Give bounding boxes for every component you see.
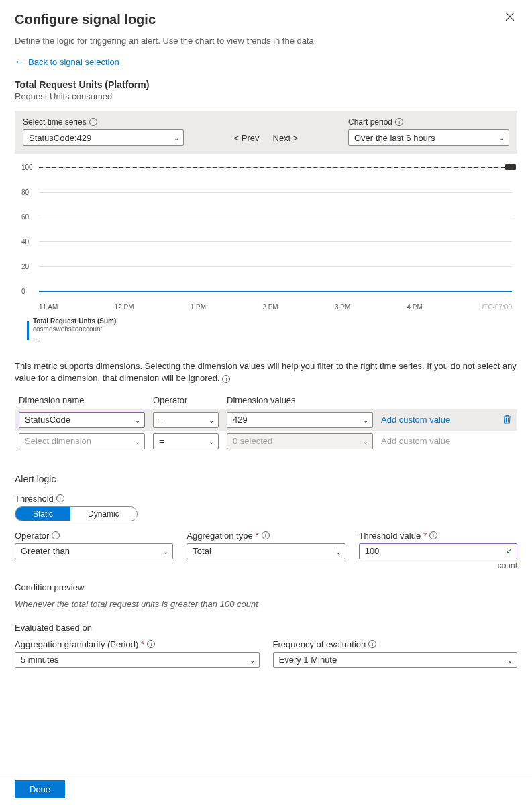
aggregation-label: Aggregation type*i [187,531,345,541]
legend-value: -- [33,333,116,344]
prev-button[interactable]: < Prev [234,133,260,143]
page-title: Configure signal logic [15,12,156,28]
threshold-unit: count [359,561,517,570]
operator-label: Operatori [15,531,173,541]
x-tick: 2 PM [262,303,278,311]
add-custom-value-link[interactable]: Add custom value [381,415,450,425]
granularity-select[interactable]: 5 minutes⌄ [15,652,260,668]
page-description: Define the logic for triggering an alert… [15,36,517,46]
chevron-down-icon: ⌄ [174,134,179,142]
dimensions-table: Dimension name Operator Dimension values… [15,395,517,452]
close-icon[interactable] [502,12,517,21]
add-custom-value-link: Add custom value [381,436,450,446]
threshold-label: Thresholdi [15,494,517,504]
threshold-value-input[interactable]: 100✓ [359,543,517,559]
chevron-down-icon: ⌄ [363,416,368,423]
signal-sub: Request Units consumed [15,91,517,101]
frequency-select[interactable]: Every 1 Minute⌄ [273,652,518,668]
gridline [39,266,512,267]
chart: 020406080100 11 AM12 PM1 PM2 PM3 PM4 PMU… [15,163,517,344]
dimension-operator-select[interactable]: =⌄ [153,412,219,428]
gridline [39,217,512,217]
y-tick: 100 [21,164,33,171]
chevron-down-icon: ⌄ [209,416,214,423]
back-link-label: Back to signal selection [28,57,119,67]
legend-account: cosmoswebsiteaccount [33,325,116,333]
x-tick: 3 PM [335,303,350,311]
next-button[interactable]: Next > [273,133,299,143]
condition-preview-text: Whenever the total total request units i… [15,599,517,609]
operator-select[interactable]: Greater than⌄ [15,543,173,559]
chevron-down-icon: ⌄ [335,547,341,555]
data-line [39,291,512,292]
dimension-values-select[interactable]: 429⌄ [227,412,373,428]
timeseries-select[interactable]: StatusCode:429⌄ [23,129,184,146]
condition-preview-title: Condition preview [15,582,517,592]
x-tick: 4 PM [407,303,422,311]
legend-color-bar [27,321,29,340]
info-icon[interactable]: i [222,375,230,383]
alert-logic-title: Alert logic [15,474,517,484]
y-tick: 40 [21,238,29,246]
info-icon[interactable]: i [147,640,155,648]
chevron-down-icon: ⌄ [163,547,168,555]
info-icon[interactable]: i [89,118,97,126]
x-tick: 11 AM [39,303,58,311]
dim-col-name: Dimension name [15,395,149,409]
signal-name: Total Request Units (Platform) [15,79,517,90]
chart-legend: Total Request Units (Sum) cosmoswebsitea… [27,317,517,344]
x-tick: 12 PM [115,303,134,311]
dim-col-vals: Dimension values [223,395,377,409]
info-icon[interactable]: i [52,531,60,539]
arrow-left-icon: ← [15,56,24,67]
y-tick: 80 [21,189,29,196]
dimension-row: StatusCode⌄=⌄429⌄Add custom value [15,409,517,431]
footer: Done [0,773,532,805]
y-tick: 0 [21,288,25,295]
dimension-values-select: 0 selected⌄ [227,433,373,449]
done-button[interactable]: Done [15,780,65,798]
threshold-handle[interactable] [505,164,516,170]
info-icon[interactable]: i [395,118,403,126]
chart-period-label: Chart periodi [348,117,509,127]
back-link[interactable]: ← Back to signal selection [15,56,119,67]
threshold-line[interactable] [39,167,512,168]
dimension-name-select[interactable]: StatusCode⌄ [19,412,145,428]
gridline [39,192,512,193]
chevron-down-icon: ⌄ [507,656,513,663]
evaluated-title: Evaluated based on [15,623,517,633]
frequency-label: Frequency of evaluationi [273,639,518,649]
check-icon: ✓ [506,547,513,556]
chevron-down-icon: ⌄ [135,437,140,445]
dim-col-op: Operator [149,395,223,409]
y-tick: 20 [21,263,29,270]
y-tick: 60 [21,213,29,221]
chevron-down-icon: ⌄ [250,656,255,663]
info-icon[interactable]: i [368,640,376,648]
dimension-operator-select[interactable]: =⌄ [153,433,219,449]
info-icon[interactable]: i [429,531,437,539]
dimension-name-select[interactable]: Select dimension⌄ [19,433,145,449]
x-tick: 1 PM [191,303,206,311]
timeseries-label: Select time seriesi [23,117,184,127]
chevron-down-icon: ⌄ [209,437,214,445]
threshold-dynamic[interactable]: Dynamic [70,507,137,521]
chevron-down-icon: ⌄ [135,416,140,423]
gridline [39,241,512,242]
timezone-label: UTC-07:00 [479,303,512,311]
dimension-row: Select dimension⌄=⌄0 selected⌄Add custom… [15,431,517,452]
info-icon[interactable]: i [262,531,270,539]
chevron-down-icon: ⌄ [499,134,504,142]
granularity-label: Aggregation granularity (Period)*i [15,639,260,649]
legend-series-name: Total Request Units (Sum) [33,317,116,325]
chart-period-select[interactable]: Over the last 6 hours⌄ [348,129,509,146]
info-icon[interactable]: i [56,494,64,502]
threshold-toggle[interactable]: Static Dynamic [15,506,138,521]
chevron-down-icon: ⌄ [363,437,368,445]
threshold-value-label: Threshold value*i [359,531,517,541]
dimensions-desc: This metric supports dimensions. Selecti… [15,360,517,384]
timeseries-bar: Select time seriesi StatusCode:429⌄ < Pr… [15,111,517,154]
aggregation-select[interactable]: Total⌄ [187,543,345,559]
delete-icon[interactable] [502,415,513,425]
threshold-static[interactable]: Static [15,507,70,521]
